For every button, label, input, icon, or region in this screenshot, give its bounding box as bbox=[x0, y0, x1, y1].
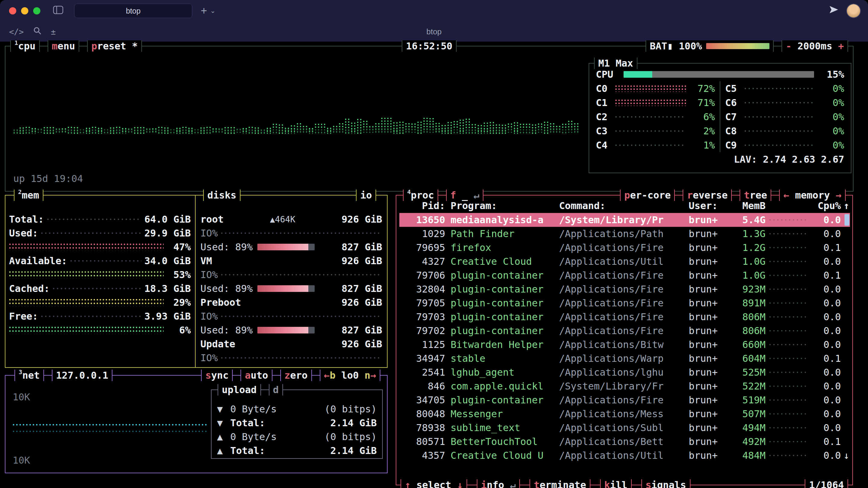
process-row[interactable]: 4327Creative Cloud/Applications/Utilbrun… bbox=[399, 255, 850, 268]
process-row[interactable]: 2541lghub_agent/Applications/lghubrun+52… bbox=[399, 365, 850, 379]
mem-rows: Used:29.9 GiB47%Available:34.0 GiB53%Cac… bbox=[9, 226, 191, 337]
close-button[interactable] bbox=[9, 7, 16, 14]
prev-interface-arrow[interactable]: ← bbox=[324, 369, 330, 381]
cpu-cores-box: M1 Max CPU 15% C072%C50%C171%C60%C26%C70… bbox=[589, 63, 851, 173]
proc-option-reverse[interactable]: reverse bbox=[683, 190, 732, 201]
net-stat-label: 0 Byte/s bbox=[230, 431, 277, 443]
terminate-button[interactable]: terminate bbox=[530, 479, 590, 488]
proc-option-per-core[interactable]: per-core bbox=[620, 190, 675, 201]
disks-title[interactable]: disks bbox=[203, 190, 241, 201]
proc-program: Creative Cloud bbox=[451, 256, 559, 267]
avatar[interactable] bbox=[847, 4, 860, 18]
proc-command: /Applications/Bett bbox=[559, 436, 689, 447]
sort-column-switcher[interactable]: ← memory → bbox=[779, 190, 846, 201]
disk-io-label: IO% bbox=[200, 269, 218, 281]
process-row[interactable]: 79706plugin-container/Applications/Fireb… bbox=[399, 268, 850, 282]
process-row[interactable]: 13650mediaanalysisd-a/System/Library/Prb… bbox=[399, 213, 850, 227]
interval-increase-button[interactable]: + bbox=[838, 40, 844, 52]
signals-button[interactable]: signals bbox=[641, 479, 690, 488]
disk-io-row: IO% bbox=[200, 268, 382, 282]
process-row[interactable]: 78938sublime_text/Applications/Sublbrun+… bbox=[399, 421, 850, 435]
process-row[interactable]: 80571BetterTouchTool/Applications/Bettbr… bbox=[399, 435, 850, 449]
scrollbar-thumb[interactable] bbox=[844, 214, 849, 226]
process-row[interactable]: 79703plugin-container/Applications/Fireb… bbox=[399, 310, 850, 324]
process-row[interactable]: 79702plugin-container/Applications/Fireb… bbox=[399, 324, 850, 338]
net-option-zero[interactable]: zero bbox=[280, 369, 312, 381]
disk-used-row: Used: 89%827 GiB bbox=[200, 240, 382, 254]
proc-cpu: 0.0 bbox=[812, 422, 841, 433]
sidebar-toggle-icon[interactable] bbox=[53, 5, 63, 17]
zoom-button[interactable] bbox=[33, 7, 40, 14]
cpu-box-title[interactable]: 1cpu bbox=[10, 40, 40, 52]
plusminus-icon[interactable]: ± bbox=[51, 27, 56, 36]
disk-name-row: root▲464K926 GiB bbox=[200, 213, 382, 226]
header-cpu[interactable]: Cpu% bbox=[812, 200, 841, 212]
search-icon[interactable] bbox=[33, 26, 42, 37]
proc-mem-graph bbox=[769, 272, 809, 279]
minimize-button[interactable] bbox=[21, 7, 28, 14]
header-command[interactable]: Command: bbox=[559, 200, 689, 212]
net-box-title[interactable]: 3net bbox=[14, 369, 44, 381]
process-row[interactable]: 1125Bitwarden Helper/Applications/Bitwbr… bbox=[399, 338, 850, 352]
preset-button[interactable]: preset * bbox=[87, 40, 142, 52]
process-row[interactable]: 34947stable/Applications/Warpbrun+604M0.… bbox=[399, 352, 850, 365]
mem-stat-percent: 53% bbox=[168, 269, 191, 281]
header-mem[interactable]: MemB bbox=[731, 200, 766, 212]
core-usage-percent: 2% bbox=[689, 125, 715, 137]
header-user[interactable]: User: bbox=[689, 200, 731, 212]
process-row[interactable]: 79705plugin-container/Applications/Fireb… bbox=[399, 296, 850, 310]
proc-command: /Applications/Fire bbox=[559, 242, 689, 253]
sort-next-arrow[interactable]: → bbox=[836, 190, 841, 201]
scroll-up-arrow[interactable]: ↑ bbox=[841, 200, 850, 212]
select-controls[interactable]: ↑ select ↓ bbox=[401, 479, 467, 488]
process-row[interactable]: 846com.apple.quickl/System/Library/Frbru… bbox=[399, 379, 850, 393]
interval-decrease-button[interactable]: - bbox=[786, 40, 792, 52]
toolbar: </> ± btop bbox=[0, 22, 868, 41]
proc-mem: 525M bbox=[731, 367, 766, 378]
kill-button[interactable]: kill bbox=[600, 479, 632, 488]
disk-used-size: 827 GiB bbox=[341, 241, 382, 253]
dotted-leader bbox=[221, 273, 379, 276]
sort-prev-arrow[interactable]: ← bbox=[783, 190, 789, 201]
header-program[interactable]: Program: bbox=[451, 200, 559, 212]
disk-name-row: VM926 GiB bbox=[200, 254, 382, 268]
process-row[interactable]: 79695firefox/Applications/Firebrun+1.2G0… bbox=[399, 241, 850, 255]
next-interface-arrow[interactable]: → bbox=[370, 369, 376, 381]
net-graph-key[interactable]: d bbox=[269, 384, 283, 395]
proc-command: /Applications/Fire bbox=[559, 297, 689, 309]
chevron-down-icon[interactable]: ⌄ bbox=[210, 7, 216, 15]
new-tab-button[interactable]: + bbox=[201, 5, 207, 16]
scroll-down-arrow[interactable]: ↓ bbox=[844, 450, 849, 461]
process-row[interactable]: 1029Path Finder/Applications/Pathbrun+1.… bbox=[399, 227, 850, 241]
up-arrow-key[interactable]: ↑ bbox=[405, 479, 410, 488]
dotted-leader bbox=[221, 356, 379, 359]
net-option-sync[interactable]: sync bbox=[201, 369, 233, 381]
proc-box-title[interactable]: 4proc bbox=[403, 190, 438, 201]
process-row[interactable]: 80048Messenger/Applications/Messbrun+507… bbox=[399, 407, 850, 421]
net-stat-value: 2.14 GiB bbox=[330, 445, 377, 456]
down-arrow-key[interactable]: ↓ bbox=[457, 479, 463, 488]
disks-io-toggle[interactable]: io bbox=[356, 190, 376, 201]
mem-box-title[interactable]: 2mem bbox=[14, 190, 43, 201]
proc-mem: 522M bbox=[731, 381, 766, 392]
core-usage-graph bbox=[744, 142, 815, 149]
menu-button[interactable]: menu bbox=[48, 40, 79, 52]
upload-rows: ▼0 Byte/s(0 bitps)▼Total:2.14 GiB▲0 Byte… bbox=[212, 390, 382, 458]
proc-option-tree[interactable]: tree bbox=[740, 190, 771, 201]
proc-user: brun+ bbox=[689, 297, 731, 309]
info-button[interactable]: info ↵ bbox=[477, 479, 520, 488]
proc-cpu: 0.0 bbox=[812, 256, 841, 267]
proc-search[interactable]: f _ ↵ bbox=[446, 190, 484, 201]
terminal-tab[interactable]: btop bbox=[74, 4, 192, 18]
process-row[interactable]: 34705plugin-container/Applications/Fireb… bbox=[399, 393, 850, 407]
header-pid[interactable]: Pid: bbox=[399, 200, 451, 212]
proc-pid: 4357 bbox=[399, 450, 451, 461]
ai-plane-icon[interactable] bbox=[829, 5, 838, 17]
disk-used-percent: 89% bbox=[236, 241, 253, 253]
net-interface-switcher[interactable]: ←b lo0 n→ bbox=[320, 369, 380, 381]
net-stat-row: ▼0 Byte/s(0 bitps) bbox=[217, 402, 377, 416]
process-row[interactable]: 32804plugin-container/Applications/Fireb… bbox=[399, 282, 850, 296]
net-option-auto[interactable]: auto bbox=[241, 369, 272, 381]
process-row[interactable]: 4357Creative Cloud U/Applications/Utilbr… bbox=[399, 449, 850, 462]
code-blocks-icon[interactable]: </> bbox=[9, 27, 24, 36]
